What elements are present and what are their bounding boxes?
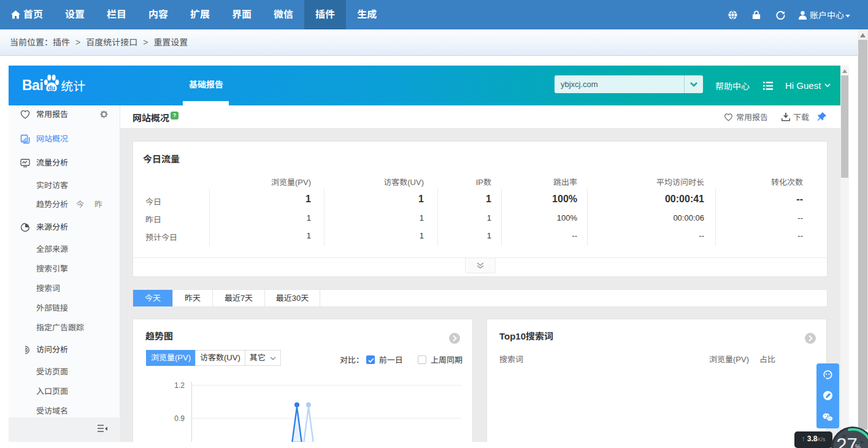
svg-text:27: 27 <box>836 435 857 448</box>
svg-text:%: % <box>855 444 861 448</box>
svg-text:du: du <box>48 85 55 91</box>
